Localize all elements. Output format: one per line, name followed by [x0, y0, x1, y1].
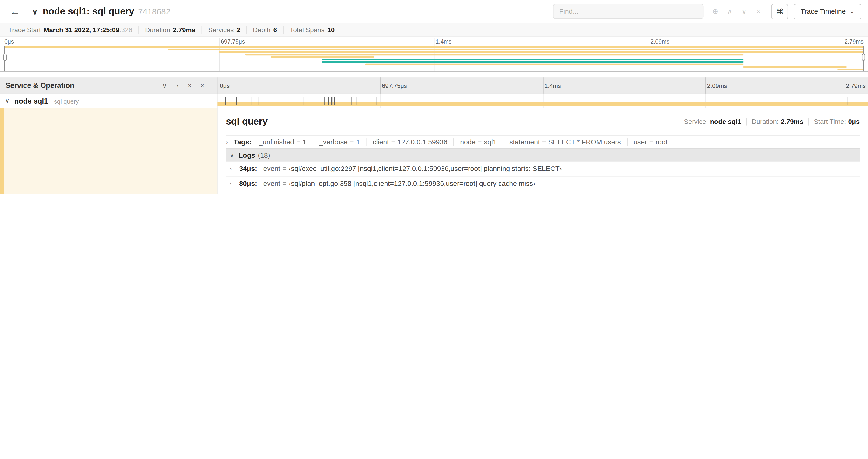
- span-detail-meta: Service:node sql1 Duration:2.79ms Start …: [679, 118, 860, 126]
- page-title: node sql1: sql query7418682: [43, 6, 170, 17]
- log-row[interactable]: ›34μs:event=‹sql/exec_util.go:2297 [nsql…: [226, 162, 860, 176]
- log-marker[interactable]: [303, 97, 303, 105]
- minimap-span-bar: [271, 56, 374, 58]
- log-marker[interactable]: [236, 97, 237, 105]
- log-marker[interactable]: [376, 97, 376, 105]
- minimap-span-bar: [4, 46, 864, 48]
- log-marker[interactable]: [329, 97, 329, 105]
- minimap-grid-line: [219, 38, 220, 71]
- minimap-span-bar: [322, 58, 743, 60]
- minimap-span-bar: [219, 51, 863, 53]
- span-bar-cell[interactable]: [217, 94, 868, 108]
- zoom-icon: ⊕: [708, 7, 723, 15]
- minimap-span-bar: [743, 66, 846, 68]
- log-field-key: event: [263, 165, 280, 173]
- equals-sign: =: [280, 165, 289, 173]
- logs-accordion-header[interactable]: ∨ Logs (18): [226, 148, 860, 162]
- range-scrubber-left[interactable]: [4, 46, 5, 71]
- log-marker[interactable]: [261, 97, 262, 105]
- logs-label: Logs: [239, 151, 255, 159]
- tag-value: root: [655, 138, 667, 146]
- spacer: [0, 72, 868, 77]
- tags-accordion[interactable]: › Tags: _unfinished=1_verbose=1client=12…: [226, 135, 860, 148]
- trace-collapse-chevron-icon[interactable]: ∨: [32, 7, 38, 16]
- back-button[interactable]: ←: [6, 5, 23, 18]
- logs-count: (18): [258, 151, 270, 159]
- log-timestamp: 80μs:: [239, 180, 257, 188]
- service-meta: Service:node sql1: [679, 118, 746, 126]
- tag-value: sql1: [484, 138, 497, 146]
- log-marker[interactable]: [333, 97, 334, 105]
- summary-item-suffix: .326: [120, 26, 132, 34]
- log-marker[interactable]: [335, 97, 335, 105]
- tag-item: user=root: [627, 138, 674, 146]
- timeline-minimap[interactable]: 0μs697.75μs1.4ms2.09ms2.79ms: [0, 37, 868, 72]
- minimap-canvas[interactable]: [4, 46, 864, 71]
- span-duration-bar[interactable]: [217, 102, 868, 106]
- equals-sign: =: [475, 138, 484, 146]
- top-bar: ← ∨ node sql1: sql query7418682 ⊕ ∧ ∨ × …: [0, 0, 868, 23]
- collapse-all-icon[interactable]: »: [186, 84, 194, 88]
- log-timestamp: 34μs:: [239, 165, 257, 173]
- tags-label: Tags:: [234, 138, 251, 146]
- trace-name: node sql1: sql query: [43, 6, 134, 16]
- log-marker[interactable]: [331, 97, 331, 105]
- span-color-stripe: [0, 108, 4, 194]
- span-row[interactable]: ∨ node sql1 sql query: [0, 94, 868, 108]
- log-marker[interactable]: [351, 97, 352, 105]
- equals-sign: =: [389, 138, 397, 146]
- duration-meta: Duration:2.79ms: [746, 118, 808, 126]
- trace-id: 7418682: [138, 6, 170, 15]
- minimap-span-bar: [322, 61, 743, 63]
- log-marker[interactable]: [845, 97, 845, 105]
- log-marker[interactable]: [225, 97, 226, 105]
- span-color-column: [0, 108, 217, 194]
- log-marker[interactable]: [847, 97, 847, 105]
- span-collapse-chevron-icon[interactable]: ∨: [5, 97, 14, 105]
- tag-value: 1: [303, 138, 306, 146]
- minimap-span-bar: [245, 54, 743, 56]
- service-operation-title: Service & Operation: [6, 81, 162, 90]
- scrubber-grip[interactable]: [862, 54, 865, 61]
- keyboard-shortcuts-button[interactable]: ⌘: [771, 3, 788, 19]
- log-marker[interactable]: [357, 97, 357, 105]
- trace-timeline-view-dropdown[interactable]: Trace Timeline ⌄: [794, 3, 862, 19]
- service-operation-header: Service & Operation ∨ › » »: [0, 77, 217, 94]
- tick-label: 1.4ms: [434, 38, 452, 45]
- collapse-one-icon[interactable]: ∨: [162, 81, 167, 89]
- summary-item-label: Services: [208, 26, 234, 34]
- find-input[interactable]: [553, 4, 704, 19]
- expand-one-icon[interactable]: ›: [177, 81, 179, 89]
- log-list: ›34μs:event=‹sql/exec_util.go:2297 [nsql…: [226, 162, 860, 194]
- log-row[interactable]: ›142μs:event=‹sql/catalog/lease/descript…: [226, 192, 860, 194]
- equals-sign: =: [540, 138, 548, 146]
- equals-sign: =: [294, 138, 303, 146]
- log-marker[interactable]: [324, 97, 325, 105]
- scrubber-grip[interactable]: [3, 54, 6, 61]
- log-row[interactable]: ›80μs:event=‹sql/plan_opt.go:358 [nsql1,…: [226, 176, 860, 192]
- log-marker[interactable]: [251, 97, 251, 105]
- minimap-span-bar: [365, 63, 743, 66]
- minimap-span-bar: [168, 48, 864, 51]
- log-field-value: ‹sql/exec_util.go:2297 [nsql1,client=127…: [289, 165, 562, 173]
- tick-label: 2.09ms: [705, 82, 727, 89]
- log-marker[interactable]: [265, 97, 265, 105]
- summary-item: Duration2.79ms: [138, 26, 202, 34]
- tag-item: _unfinished=1: [253, 138, 313, 146]
- summary-item-value: March 31 2022, 17:25:09: [43, 26, 119, 34]
- expand-all-icon[interactable]: »: [199, 84, 207, 88]
- start-time-meta: Start Time:0μs: [808, 118, 860, 126]
- tick-label: 1.4ms: [543, 82, 561, 89]
- span-operation-name: sql query: [54, 98, 79, 104]
- range-scrubber-right[interactable]: [863, 46, 864, 71]
- summary-item: Total Spans10: [283, 26, 341, 34]
- next-result-icon: ∨: [737, 7, 751, 15]
- equals-sign: =: [647, 138, 655, 146]
- chevron-down-icon: ⌄: [849, 8, 855, 15]
- tag-key: client: [373, 138, 389, 146]
- jaeger-trace-timeline-page: ← ∨ node sql1: sql query7418682 ⊕ ∧ ∨ × …: [0, 0, 868, 194]
- tags-chevron-icon: ›: [226, 138, 234, 145]
- clear-search-icon: ×: [751, 7, 766, 15]
- span-name-cell[interactable]: ∨ node sql1 sql query: [0, 94, 217, 108]
- log-marker[interactable]: [258, 97, 259, 105]
